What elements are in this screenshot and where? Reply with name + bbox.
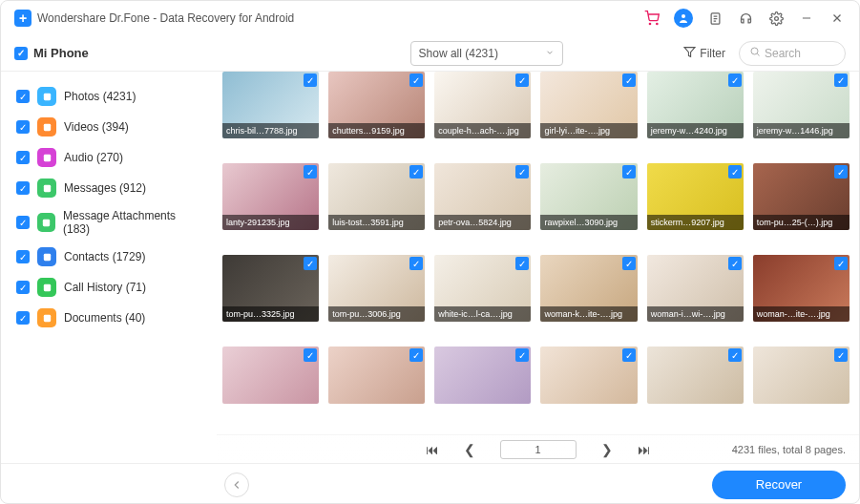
thumbnail[interactable]: ✓ lanty-291235.jpg [222, 163, 319, 245]
thumbnail-checkbox[interactable]: ✓ [304, 257, 317, 270]
search-input[interactable]: Search [739, 41, 846, 66]
user-avatar-icon[interactable] [674, 9, 693, 28]
thumbnail[interactable]: ✓ girl-lyi…ite-….jpg [540, 72, 637, 154]
thumbnail[interactable]: ✓ tom-pu…3325.jpg [222, 255, 319, 337]
thumbnail-image: ✓ woman-k…ite-….jpg [540, 255, 637, 322]
last-page-icon[interactable]: ⏭ [638, 442, 651, 457]
back-button[interactable] [224, 472, 249, 497]
thumbnail[interactable]: ✓ [328, 346, 425, 404]
svg-rect-14 [43, 93, 50, 99]
thumbnail-caption: tom-pu…3006.jpg [328, 306, 425, 322]
thumbnail[interactable]: ✓ stickerm…9207.jpg [647, 163, 744, 245]
sidebar-item[interactable]: ✓ Message Attachments (183) [12, 203, 205, 242]
category-icon [37, 247, 56, 266]
thumbnail-caption: lanty-291235.jpg [222, 215, 319, 230]
thumbnail[interactable]: ✓ [540, 346, 637, 404]
thumbnail-checkbox[interactable]: ✓ [409, 74, 423, 87]
sidebar-item[interactable]: ✓ Messages (912) [12, 173, 205, 203]
show-all-dropdown[interactable]: Show all (4231) [410, 41, 563, 66]
thumbnail[interactable]: ✓ chutters…9159.jpg [328, 72, 425, 154]
thumbnail[interactable]: ✓ [222, 346, 319, 404]
filter-button[interactable]: Filter [683, 46, 725, 61]
check-icon: ✓ [16, 216, 30, 229]
thumbnail-checkbox[interactable]: ✓ [304, 165, 317, 178]
thumbnail-image: ✓ [540, 346, 637, 404]
sidebar-item[interactable]: ✓ Documents (40) [12, 303, 205, 333]
check-icon: ✓ [16, 181, 30, 195]
dropdown-label: Show all (4231) [419, 47, 498, 60]
prev-page-icon[interactable]: ❮ [464, 442, 475, 457]
sidebar-item-label: Videos (394) [64, 120, 129, 134]
thumbnail[interactable]: ✓ couple-h…ach-….jpg [434, 72, 531, 154]
thumbnail[interactable]: ✓ [753, 346, 850, 404]
thumbnail-checkbox[interactable]: ✓ [728, 257, 742, 270]
thumbnail-checkbox[interactable]: ✓ [622, 257, 636, 270]
check-icon: ✓ [16, 120, 30, 134]
sidebar-item[interactable]: ✓ Videos (394) [12, 112, 205, 142]
clipboard-icon[interactable] [706, 10, 724, 27]
sidebar-item[interactable]: ✓ Call History (71) [12, 272, 205, 303]
headset-icon[interactable] [737, 10, 754, 27]
svg-rect-17 [43, 184, 50, 191]
thumbnail-checkbox[interactable]: ✓ [515, 74, 529, 87]
thumbnail[interactable]: ✓ tom-pu…25-(…).jpg [753, 163, 850, 245]
thumbnail-image: ✓ [328, 346, 425, 404]
thumbnail[interactable]: ✓ petr-ova…5824.jpg [434, 163, 531, 245]
sidebar-item[interactable]: ✓ Contacts (1729) [12, 242, 205, 272]
thumbnail-caption: jeremy-w…1446.jpg [753, 123, 850, 138]
check-icon: ✓ [16, 250, 30, 263]
chevron-down-icon [545, 47, 555, 60]
page-input[interactable]: 1 [500, 440, 577, 459]
cart-icon[interactable] [643, 10, 661, 27]
sidebar-item[interactable]: ✓ Audio (270) [12, 142, 205, 173]
thumbnail-caption: white-ic…l-ca….jpg [434, 306, 531, 322]
thumbnail[interactable]: ✓ woman-…ite-….jpg [753, 255, 850, 337]
thumbnail-checkbox[interactable]: ✓ [834, 165, 848, 178]
thumbnail-caption: rawpixel…3090.jpg [540, 215, 637, 230]
thumbnail-checkbox[interactable]: ✓ [728, 165, 742, 178]
thumbnail-checkbox[interactable]: ✓ [622, 74, 636, 87]
thumbnail-checkbox[interactable]: ✓ [622, 348, 636, 362]
thumbnail[interactable]: ✓ [647, 346, 744, 404]
thumbnail-checkbox[interactable]: ✓ [515, 348, 529, 362]
thumbnail[interactable]: ✓ luis-tost…3591.jpg [328, 163, 425, 245]
thumbnail-caption: girl-lyi…ite-….jpg [540, 123, 637, 138]
thumbnail-checkbox[interactable]: ✓ [622, 165, 636, 178]
thumbnail[interactable]: ✓ jeremy-w…1446.jpg [753, 72, 850, 154]
thumbnail-checkbox[interactable]: ✓ [304, 74, 317, 87]
thumbnail-image: ✓ petr-ova…5824.jpg [434, 163, 531, 230]
thumbnail[interactable]: ✓ woman-k…ite-….jpg [540, 255, 637, 337]
thumbnail-checkbox[interactable]: ✓ [728, 348, 742, 362]
close-icon[interactable] [829, 10, 846, 27]
settings-icon[interactable] [767, 10, 785, 27]
recover-button[interactable]: Recover [712, 471, 846, 499]
next-page-icon[interactable]: ❯ [601, 442, 613, 457]
check-icon: ✓ [16, 90, 30, 103]
check-icon: ✓ [14, 47, 28, 60]
thumbnail-checkbox[interactable]: ✓ [834, 348, 848, 362]
category-icon [37, 308, 56, 327]
sidebar-item[interactable]: ✓ Photos (4231) [12, 81, 205, 112]
sidebar-item-label: Documents (40) [64, 311, 145, 325]
thumbnail-checkbox[interactable]: ✓ [409, 165, 423, 178]
minimize-icon[interactable] [798, 10, 815, 27]
thumbnail-checkbox[interactable]: ✓ [515, 257, 529, 270]
thumbnail-checkbox[interactable]: ✓ [409, 257, 423, 270]
thumbnail[interactable]: ✓ chris-bil…7788.jpg [222, 72, 319, 154]
thumbnail[interactable]: ✓ white-ic…l-ca….jpg [434, 255, 531, 337]
svg-rect-20 [43, 284, 50, 290]
thumbnail-checkbox[interactable]: ✓ [515, 165, 529, 178]
device-selector[interactable]: ✓ Mi Phone [14, 46, 89, 60]
thumbnail-checkbox[interactable]: ✓ [409, 348, 423, 362]
thumbnail-checkbox[interactable]: ✓ [728, 74, 742, 87]
thumbnail-checkbox[interactable]: ✓ [834, 74, 848, 87]
thumbnail-checkbox[interactable]: ✓ [834, 257, 848, 270]
thumbnail[interactable]: ✓ jeremy-w…4240.jpg [647, 72, 744, 154]
thumbnail[interactable]: ✓ rawpixel…3090.jpg [540, 163, 637, 245]
thumbnail-image: ✓ jeremy-w…1446.jpg [753, 72, 850, 138]
first-page-icon[interactable]: ⏮ [426, 442, 439, 457]
thumbnail[interactable]: ✓ [434, 346, 531, 404]
thumbnail[interactable]: ✓ tom-pu…3006.jpg [328, 255, 425, 337]
thumbnail[interactable]: ✓ woman-i…wi-….jpg [647, 255, 744, 337]
thumbnail-checkbox[interactable]: ✓ [304, 348, 317, 362]
